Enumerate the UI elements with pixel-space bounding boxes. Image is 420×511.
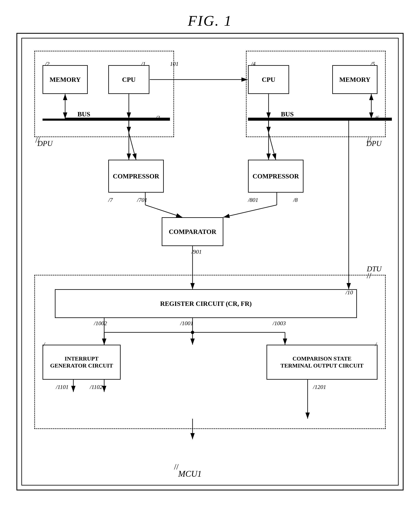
ref-12: /: [375, 341, 377, 348]
ref-101: 101: [170, 61, 179, 67]
dpu-right-squiggle: //: [367, 135, 371, 145]
ref-1201: /1201: [313, 384, 326, 390]
ref-4: /4: [251, 61, 256, 67]
compressor-left-block: COMPRESSOR: [108, 160, 164, 193]
ref-701: /701: [137, 197, 147, 203]
dpu-left-squiggle: //: [35, 135, 40, 145]
memory-right-block: MEMORY: [332, 65, 377, 94]
bus-left: [43, 119, 170, 121]
cpu-left-block: CPU: [108, 65, 149, 94]
dtu-squiggle: //: [367, 271, 371, 280]
ref-6: /6: [375, 114, 379, 121]
outer-box: MEMORY /2 CPU /1 CPU /4 MEMORY /5 BUS /3…: [21, 38, 399, 486]
ref-7: /7: [108, 197, 113, 203]
interrupt-generator-block: INTERRUPT GENERATOR CIRCUIT: [43, 345, 121, 380]
ref-1: /1: [141, 61, 146, 67]
bus-label-right: BUS: [281, 110, 294, 118]
ref-801: /801: [248, 197, 258, 203]
ref-8: /8: [293, 197, 298, 203]
memory-left-block: MEMORY: [43, 65, 88, 94]
cpu-right-block: CPU: [248, 65, 289, 94]
ref-1101: /1101: [56, 384, 69, 390]
comparator-block: COMPARATOR: [162, 217, 223, 246]
ref-1102: /1102: [90, 384, 103, 390]
ref-901: /901: [192, 248, 202, 255]
dpu-left-box: [34, 51, 174, 137]
bus-right: [248, 119, 392, 121]
comparison-state-block: COMPARISON STATE TERMINAL OUTPUT CIRCUIT: [267, 345, 377, 380]
ref-1003: /1003: [273, 320, 286, 327]
mcu-label: MCU1: [178, 469, 202, 479]
diagram-container: MEMORY /2 CPU /1 CPU /4 MEMORY /5 BUS /3…: [16, 33, 404, 490]
dpu-right-box: [246, 51, 386, 137]
ref-10: /10: [346, 289, 353, 296]
ref-1001: /1001: [180, 320, 193, 327]
mcu-squiggle: //: [174, 462, 179, 472]
svg-line-16: [223, 205, 277, 217]
ref-3: /3: [156, 114, 160, 121]
ref-11: /: [43, 341, 45, 348]
compressor-right-block: COMPRESSOR: [248, 160, 303, 193]
page-title: FIG. 1: [0, 0, 420, 29]
bus-label-left: BUS: [77, 110, 90, 118]
ref-1002: /1002: [94, 320, 107, 327]
svg-line-14: [145, 205, 182, 217]
ref-5: /5: [370, 61, 375, 67]
register-circuit-block: REGISTER CIRCUIT (CR, FR): [55, 289, 357, 318]
ref-2: /2: [45, 61, 50, 67]
